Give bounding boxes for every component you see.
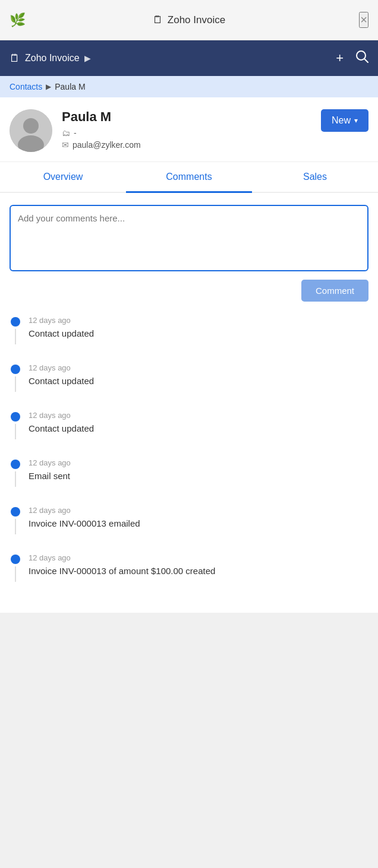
timeline-content: 12 days ago Invoice INV-000013 of amount…	[29, 553, 368, 582]
add-button[interactable]: +	[336, 50, 344, 66]
contact-header: Paula M 🗂 - ✉ paula@zylker.com New ▾	[0, 97, 378, 162]
timeline-content: 12 days ago Contact updated	[29, 363, 368, 392]
timeline-text: Email sent	[29, 470, 368, 482]
timeline-time: 12 days ago	[29, 506, 368, 515]
timeline-content: 12 days ago Invoice INV-000013 emailed	[29, 506, 368, 534]
svg-point-3	[23, 118, 39, 134]
timeline-left	[10, 316, 21, 344]
tab-overview[interactable]: Overview	[0, 162, 126, 192]
timeline-text: Invoice INV-000013 of amount $100.00 cre…	[29, 565, 368, 577]
app-icon: 🌿	[10, 12, 26, 28]
contact-meta: 🗂 -	[62, 128, 311, 138]
timeline-time: 12 days ago	[29, 316, 368, 325]
timeline-dot	[11, 507, 20, 517]
timeline-line	[15, 424, 16, 439]
nav-play-icon: ▶	[84, 53, 91, 63]
timeline-text: Invoice INV-000013 emailed	[29, 517, 368, 530]
title-bar-title: 🗒 Zoho Invoice	[153, 14, 225, 26]
timeline-line	[15, 329, 16, 344]
timeline-line	[15, 566, 16, 582]
timeline-left	[10, 506, 21, 534]
title-bar: 🌿 🗒 Zoho Invoice ×	[0, 0, 378, 40]
contact-info: Paula M 🗂 - ✉ paula@zylker.com	[62, 109, 311, 150]
breadcrumb-current: Paula M	[55, 82, 85, 91]
timeline-item: 12 days ago Email sent	[10, 458, 368, 487]
contact-email-text: paula@zylker.com	[73, 140, 141, 150]
breadcrumb-contacts[interactable]: Contacts	[10, 82, 42, 91]
contact-email: ✉ paula@zylker.com	[62, 140, 311, 150]
timeline-item: 12 days ago Contact updated	[10, 411, 368, 439]
nav-bar: 🗒 Zoho Invoice ▶ +	[0, 40, 378, 76]
tabs: Overview Comments Sales	[0, 162, 378, 193]
contact-name: Paula M	[62, 109, 311, 125]
new-button-label: New	[332, 115, 351, 126]
timeline-time: 12 days ago	[29, 553, 368, 562]
new-button-arrow: ▾	[354, 116, 358, 125]
contact-meta-dash: -	[74, 128, 77, 138]
nav-title-text: Zoho Invoice	[25, 53, 80, 64]
timeline-dot	[11, 412, 20, 422]
breadcrumb-arrow: ▶	[46, 83, 51, 91]
new-button[interactable]: New ▾	[321, 109, 368, 132]
nav-actions: +	[336, 50, 368, 66]
nav-bar-title: 🗒 Zoho Invoice ▶	[10, 52, 336, 65]
comment-button[interactable]: Comment	[301, 280, 368, 302]
timeline-text: Contact updated	[29, 422, 368, 435]
search-button[interactable]	[355, 50, 368, 66]
timeline-left	[10, 458, 21, 487]
comments-section: Comment 12 days ago Contact updated 12 d…	[0, 193, 378, 613]
timeline-line	[15, 519, 16, 534]
timeline-content: 12 days ago Contact updated	[29, 411, 368, 439]
timeline-line	[15, 471, 16, 487]
timeline-text: Contact updated	[29, 375, 368, 387]
timeline-dot	[11, 555, 20, 564]
timeline-dot	[11, 317, 20, 327]
timeline-dot	[11, 460, 20, 469]
close-button[interactable]: ×	[359, 12, 368, 28]
timeline-time: 12 days ago	[29, 458, 368, 467]
timeline-time: 12 days ago	[29, 411, 368, 420]
comment-input-wrapper	[10, 205, 368, 271]
svg-line-1	[364, 59, 368, 62]
tab-comments[interactable]: Comments	[126, 162, 252, 192]
comment-btn-row: Comment	[10, 280, 368, 302]
meta-icon: 🗂	[62, 128, 70, 138]
timeline-text: Contact updated	[29, 327, 368, 340]
timeline-content: 12 days ago Contact updated	[29, 316, 368, 344]
timeline-item: 12 days ago Contact updated	[10, 316, 368, 344]
comment-input[interactable]	[18, 213, 360, 261]
timeline-content: 12 days ago Email sent	[29, 458, 368, 487]
timeline: 12 days ago Contact updated 12 days ago …	[10, 316, 368, 582]
timeline-left	[10, 363, 21, 392]
timeline-dot	[11, 365, 20, 374]
timeline-left	[10, 553, 21, 582]
tab-sales[interactable]: Sales	[252, 162, 378, 192]
nav-icon: 🗒	[10, 52, 20, 65]
timeline-time: 12 days ago	[29, 363, 368, 372]
title-text: Zoho Invoice	[168, 14, 225, 26]
email-icon: ✉	[62, 140, 69, 150]
timeline-line	[15, 376, 16, 392]
timeline-item: 12 days ago Contact updated	[10, 363, 368, 392]
title-icon: 🗒	[153, 14, 163, 26]
timeline-item: 12 days ago Invoice INV-000013 of amount…	[10, 553, 368, 582]
timeline-left	[10, 411, 21, 439]
avatar	[10, 109, 52, 152]
timeline-item: 12 days ago Invoice INV-000013 emailed	[10, 506, 368, 534]
breadcrumb: Contacts ▶ Paula M	[0, 76, 378, 97]
